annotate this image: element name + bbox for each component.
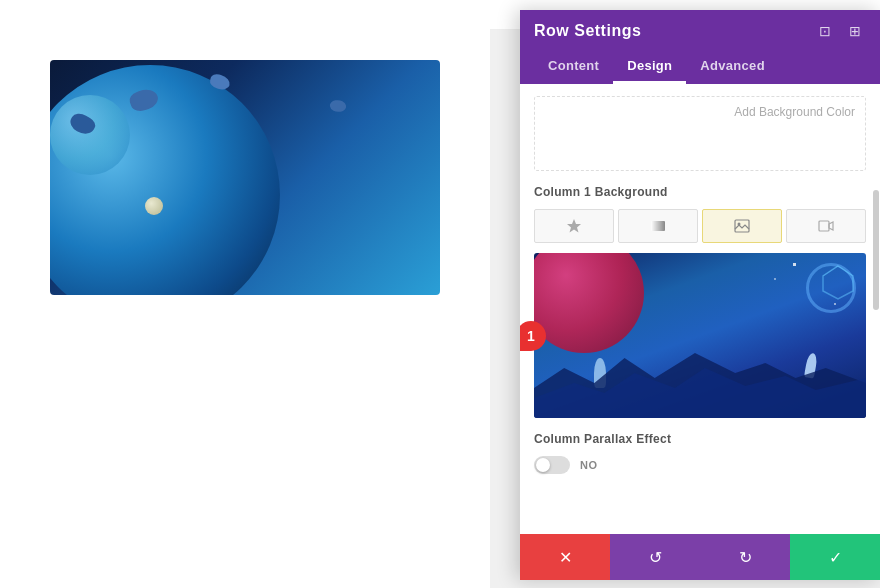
parallax-toggle-label: NO [580,459,598,471]
row-settings-panel: Row Settings ⊡ ⊞ Content Design Advanced… [520,10,880,580]
gradient-icon [650,218,666,234]
add-bg-color-label: Add Background Color [734,105,855,119]
column-bg-preview[interactable] [534,253,866,418]
cancel-button[interactable]: ✕ [520,534,610,580]
preview-image [50,60,440,295]
star2 [774,278,776,280]
svg-rect-1 [735,220,749,232]
asteroid4 [329,99,347,114]
col-planet [534,253,644,353]
bg-type-tabs [534,209,866,243]
panel-title-row: Row Settings ⊡ ⊞ [534,20,866,42]
planet-shape [50,65,280,295]
parallax-toggle[interactable] [534,456,570,474]
cancel-icon: ✕ [559,548,572,567]
tab-advanced[interactable]: Advanced [686,50,779,84]
undo-icon: ↺ [649,548,662,567]
tab-design[interactable]: Design [613,50,686,84]
star3 [834,303,836,305]
image-icon [734,218,750,234]
panel-title-icons: ⊡ ⊞ [814,20,866,42]
color-icon [566,218,582,234]
scroll-track [872,10,880,580]
wireframe-icon[interactable]: ⊞ [844,20,866,42]
parallax-label: Column Parallax Effect [534,432,866,446]
bg-tab-video[interactable] [786,209,866,243]
save-icon: ✓ [829,548,842,567]
parallax-section: Column Parallax Effect NO [534,432,866,474]
tab-content[interactable]: Content [534,50,613,84]
save-button[interactable]: ✓ [790,534,880,580]
scroll-thumb[interactable] [873,190,879,310]
bg-color-placeholder: Add Background Color [534,96,866,171]
redo-icon: ↻ [739,548,752,567]
gem-shape [818,261,858,301]
svg-rect-0 [651,221,665,231]
video-icon [818,218,834,234]
bg-tab-image[interactable] [702,209,782,243]
preview-area [0,0,490,588]
panel-footer: ✕ ↺ ↻ ✓ [520,534,880,580]
panel-header: Row Settings ⊡ ⊞ Content Design Advanced [520,10,880,84]
parallax-row: NO [534,456,866,474]
mountains-svg [534,348,866,418]
bg-image-wrapper: 1 [534,253,866,418]
bg-tab-color[interactable] [534,209,614,243]
undo-button[interactable]: ↺ [610,534,700,580]
moon-shape [145,197,163,215]
panel-body: Add Background Color Column 1 Background [520,84,880,534]
panel-tabs: Content Design Advanced [534,50,866,84]
redo-button[interactable]: ↻ [700,534,790,580]
column1-bg-label: Column 1 Background [534,185,866,199]
bg-tab-gradient[interactable] [618,209,698,243]
responsive-icon[interactable]: ⊡ [814,20,836,42]
panel-title: Row Settings [534,22,641,40]
star1 [793,263,796,266]
svg-rect-3 [819,221,829,231]
